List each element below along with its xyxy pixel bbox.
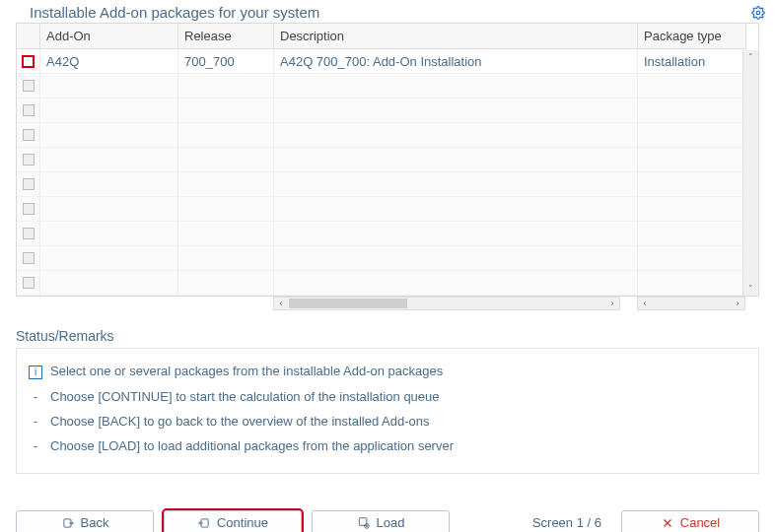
scroll-down-icon[interactable]: ˅ [743,282,758,296]
scroll-left-icon[interactable]: ‹ [638,299,652,308]
svg-point-0 [756,11,760,15]
table-row [40,222,178,246]
table-row [40,172,178,197]
scroll-right-icon[interactable]: › [731,299,744,308]
col-checkbox [17,24,40,49]
hscroll-right[interactable]: ‹ › [637,297,745,310]
row-checkbox[interactable] [23,80,35,92]
cell-description[interactable]: A42Q 700_700: Add-On Installation [274,49,638,74]
row-checkbox[interactable] [23,104,35,116]
table-row [40,74,178,99]
row-checkbox[interactable] [17,49,40,74]
row-checkbox[interactable] [23,178,35,190]
cell-addon[interactable]: A42Q [40,49,178,74]
scroll-right-icon[interactable]: › [605,299,619,308]
col-addon[interactable]: Add-On [40,24,178,49]
back-button[interactable]: Back [16,510,154,533]
scroll-up-icon[interactable]: ˄ [743,50,758,64]
row-checkbox[interactable] [23,129,35,141]
table-row [40,246,178,271]
row-checkbox[interactable] [23,228,35,239]
cell-package-type[interactable]: Installation [638,49,746,74]
col-package-type[interactable]: Package type [638,24,746,49]
status-hint-continue: Choose [CONTINUE] to start the calculati… [50,389,440,404]
row-checkbox[interactable] [23,252,35,264]
table-row [40,123,178,148]
status-title: Status/Remarks [16,328,759,344]
gear-icon[interactable] [751,6,765,20]
vertical-scrollbar[interactable]: ˄ ˅ [742,50,758,296]
table-row [40,271,178,296]
table-row [40,99,178,123]
status-hint-back: Choose [BACK] to go back to the overview… [50,414,429,429]
screen-indicator: Screen 1 / 6 [532,515,601,530]
status-box: i Select one or several packages from th… [16,348,759,474]
load-button[interactable]: Load [312,510,450,533]
scroll-left-icon[interactable]: ‹ [274,299,288,308]
row-checkbox[interactable] [23,203,35,215]
row-checkbox[interactable] [23,277,35,289]
table-row [40,148,178,172]
status-info: Select one or several packages from the … [50,364,443,378]
row-checkbox[interactable] [23,154,35,166]
col-description[interactable]: Description [274,24,638,49]
cancel-button[interactable]: Cancel [621,510,759,533]
close-icon [661,516,674,530]
hscroll-left[interactable]: ‹ › [273,297,620,310]
packages-table: Add-On Release Description Package type … [16,23,759,297]
cell-release[interactable]: 700_700 [178,49,274,74]
continue-button[interactable]: Continue [164,510,302,533]
continue-icon [197,516,211,530]
back-icon [61,516,75,530]
section-title: Installable Add-on packages for your sys… [30,4,751,21]
status-hint-load: Choose [LOAD] to load additional package… [50,438,454,453]
col-release[interactable]: Release [178,24,274,49]
load-icon [357,516,371,530]
info-icon: i [29,366,42,379]
table-row [40,197,178,222]
